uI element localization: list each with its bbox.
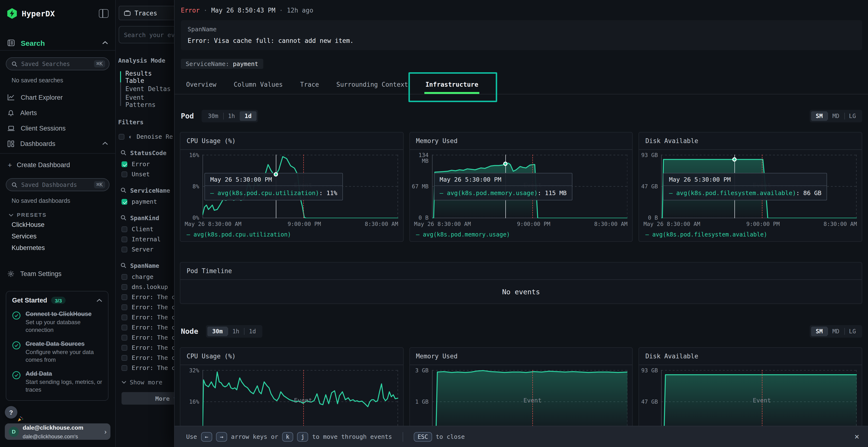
checkbox[interactable] — [122, 365, 127, 371]
sidebar-item-client-sessions[interactable]: Client Sessions — [0, 121, 115, 136]
saved-dashboards-input[interactable] — [21, 181, 90, 188]
checkbox[interactable] — [122, 246, 127, 252]
sidebar-item-chart-explorer[interactable]: Chart Explorer — [0, 90, 115, 105]
sidebar-item-dashboards[interactable]: Dashboards — [0, 136, 115, 151]
pod-disk-plot[interactable]: EventMay 26 5:30:00 PM— avg(k8s.pod.file… — [661, 154, 857, 218]
get-started-step-0[interactable]: Connect to ClickHouseSet up your databas… — [12, 310, 102, 334]
denoise-toggle[interactable]: ◐ Denoise Re — [119, 132, 174, 142]
user-email: dale@clickhouse.com — [23, 424, 84, 431]
tab-overview[interactable]: Overview — [186, 74, 216, 94]
event-search-input[interactable] — [124, 31, 174, 38]
pod-size-sm[interactable]: SM — [811, 111, 828, 121]
sidebar-item-services[interactable]: Services — [0, 230, 115, 242]
create-dashboard-button[interactable]: + Create Dashboard — [0, 159, 115, 171]
analysis-mode-event-patterns[interactable]: Event Patterns — [123, 95, 174, 107]
checkbox[interactable] — [122, 355, 127, 360]
sidebar-item-search[interactable]: Search — [0, 36, 115, 50]
sidebar-item-alerts[interactable]: Alerts — [0, 105, 115, 121]
sidebar-item-kubernetes[interactable]: Kubernetes — [0, 242, 115, 253]
checkbox[interactable] — [122, 324, 127, 330]
node-size-md[interactable]: MD — [828, 326, 844, 336]
node-size-lg[interactable]: LG — [844, 326, 861, 336]
tab-column-values[interactable]: Column Values — [234, 74, 283, 94]
show-more-toggle[interactable]: Show more — [122, 378, 174, 386]
tab-infrastructure[interactable]: Infrastructure — [425, 74, 478, 94]
filter-option[interactable]: Client — [122, 224, 174, 234]
checkbox[interactable] — [122, 199, 127, 204]
filter-option[interactable]: Error: The cr — [122, 312, 174, 322]
close-icon[interactable]: × — [855, 433, 860, 441]
filter-option[interactable]: Error: The cr — [122, 342, 174, 353]
pod-size-md[interactable]: MD — [828, 111, 844, 121]
pod-memory-plot[interactable]: EventMay 26 5:30:00 PM— avg(k8s.pod.memo… — [432, 154, 627, 218]
node-cpu-title: CPU Usage (%) — [180, 348, 403, 365]
filter-option[interactable]: Error: The cr — [122, 332, 174, 342]
event-search-wrap — [119, 26, 174, 43]
get-started-step-1[interactable]: Create Data SourcesConfigure where your … — [12, 340, 102, 364]
more-filters-button[interactable]: More filters — [122, 392, 174, 405]
node-range-1d[interactable]: 1d — [244, 326, 261, 336]
checkbox[interactable] — [122, 335, 127, 340]
node-range-1h[interactable]: 1h — [227, 326, 244, 336]
node-range-30m[interactable]: 30m — [207, 326, 227, 336]
hyperdx-app: HyperDX Search ⌘K No saved searches Cha — [0, 0, 868, 447]
filter-option[interactable]: Server — [122, 244, 174, 254]
analysis-mode-event-deltas[interactable]: Event Deltas — [123, 83, 174, 95]
checkbox[interactable] — [122, 284, 127, 290]
sidebar-item-team-settings[interactable]: Team Settings — [0, 266, 115, 281]
filter-option[interactable]: dns.lookup — [122, 282, 174, 292]
pod-size-lg[interactable]: LG — [844, 111, 861, 121]
gear-icon — [7, 270, 14, 277]
tab-surrounding-context[interactable]: Surrounding Context — [336, 74, 408, 94]
chevron-up-icon[interactable] — [96, 299, 102, 302]
pod-size: SMMDLG — [809, 110, 862, 122]
filter-option[interactable]: Internal — [122, 234, 174, 244]
checkbox[interactable] — [122, 236, 127, 242]
filter-option[interactable]: Error — [122, 159, 174, 169]
checkbox[interactable] — [122, 274, 127, 280]
checkbox[interactable] — [122, 171, 127, 177]
divider — [0, 50, 115, 50]
pod-cpu-legend: —avg(k8s.pod.cpu.utilization) — [180, 229, 403, 240]
node-size-sm[interactable]: SM — [811, 326, 828, 336]
filter-option[interactable]: Error: The cr — [122, 322, 174, 332]
checkbox[interactable] — [122, 294, 127, 300]
filter-option[interactable]: Error: The cr — [122, 302, 174, 312]
node-cpu-plot[interactable]: Event — [203, 370, 398, 434]
source-select[interactable]: Traces — [119, 6, 174, 20]
checkbox[interactable] — [122, 304, 127, 310]
user-account-chip[interactable]: D dale@clickhouse.com dale@clickhouse.co… — [5, 423, 111, 440]
tab-trace[interactable]: Trace — [300, 74, 319, 94]
sidebar-collapse-icon[interactable] — [99, 9, 108, 18]
denoise-checkbox[interactable] — [119, 134, 124, 139]
filter-option[interactable]: Error: The cr — [122, 363, 174, 373]
node-disk-title: Disk Available — [639, 348, 862, 365]
chevron-down-icon — [122, 380, 126, 384]
filter-option[interactable]: payment — [122, 197, 174, 207]
analysis-mode-results-table[interactable]: Results Table — [123, 71, 174, 83]
filter-option[interactable]: charge — [122, 272, 174, 282]
presets-toggle[interactable]: PRESETS — [0, 211, 115, 219]
saved-searches-input[interactable] — [21, 61, 90, 67]
filter-option[interactable]: Error: The cr — [122, 292, 174, 302]
filter-option[interactable]: Error: The cr — [122, 353, 174, 363]
checkbox[interactable] — [122, 226, 127, 232]
help-button[interactable]: ? — [5, 406, 18, 419]
node-disk-plot[interactable]: Event — [661, 370, 857, 434]
sidebar-item-clickhouse[interactable]: ClickHouse — [0, 219, 115, 230]
service-name-chip[interactable]: ServiceName: payment — [181, 59, 263, 69]
search-explorer-panel: Traces Analysis Mode Results TableEvent … — [116, 0, 174, 447]
node-memory-plot[interactable]: Event — [432, 370, 627, 434]
pod-range-1h[interactable]: 1h — [223, 111, 240, 121]
checkbox[interactable] — [122, 161, 127, 167]
get-started-step-2[interactable]: Add DataStart sending logs, metrics, or … — [12, 370, 102, 393]
pod-cpu-plot[interactable]: EventMay 26 5:30:00 PM— avg(k8s.pod.cpu.… — [203, 154, 398, 218]
pod-range-30m[interactable]: 30m — [203, 111, 223, 121]
pod-range-1d[interactable]: 1d — [240, 111, 256, 121]
filter-option[interactable]: Unset — [122, 169, 174, 179]
arrow-left-key: ← — [201, 432, 212, 442]
checkbox[interactable] — [122, 314, 127, 320]
checkbox[interactable] — [122, 345, 127, 350]
severity-badge: Error — [181, 6, 199, 14]
node-memory-y-axis: 3 GB1 GB — [410, 370, 432, 434]
